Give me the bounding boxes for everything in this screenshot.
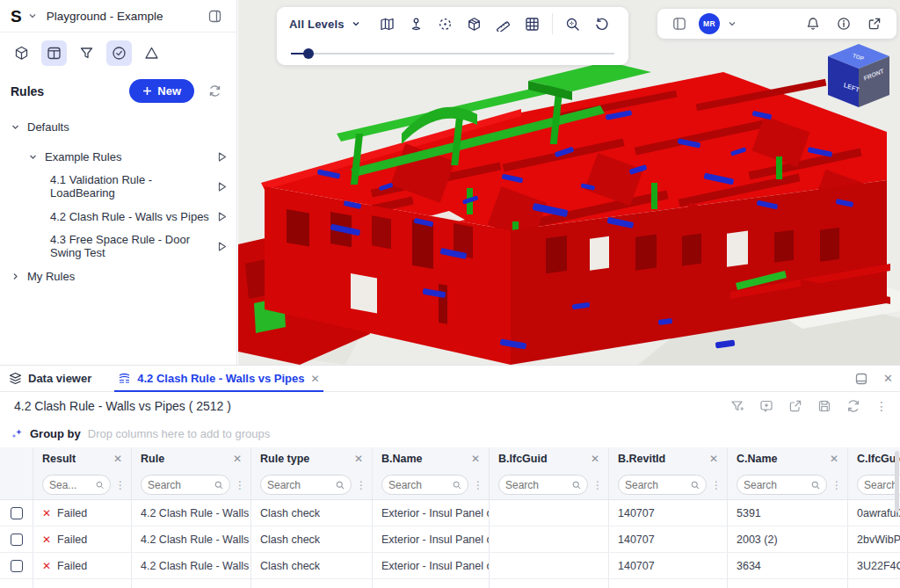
table-row[interactable]: ✕Failed 4.2 Clash Rule - Walls vs... Cla… bbox=[0, 500, 900, 526]
col-b-name[interactable]: B.Name✕ bbox=[373, 447, 490, 470]
save-icon[interactable] bbox=[817, 399, 831, 413]
col-rule-type[interactable]: Rule type✕ bbox=[251, 447, 373, 470]
triangle-icon[interactable] bbox=[139, 40, 164, 66]
refresh-results-icon[interactable] bbox=[846, 399, 860, 413]
account-chevron-down-icon[interactable] bbox=[728, 19, 737, 28]
row-checkbox[interactable] bbox=[11, 507, 23, 519]
tree-item-rule-42[interactable]: 4.2 Clash Rule - Walls vs Pipes bbox=[0, 201, 236, 231]
tree-item-example-rules[interactable]: Example Rules bbox=[0, 142, 236, 171]
refresh-rules-icon[interactable] bbox=[203, 80, 226, 103]
search-b-ifcguid-pill[interactable] bbox=[498, 475, 588, 495]
col-c-name[interactable]: C.Name✕ bbox=[728, 447, 848, 470]
new-rule-button[interactable]: New bbox=[129, 79, 194, 103]
search-rule-input[interactable] bbox=[148, 479, 211, 491]
remove-column-icon[interactable]: ✕ bbox=[709, 453, 718, 465]
col-b-revitid[interactable]: B.RevitId✕ bbox=[609, 447, 728, 470]
viewer-3d: All Levels bbox=[238, 0, 900, 365]
app-window: S Playground - Example bbox=[0, 0, 900, 588]
table-row[interactable] bbox=[0, 579, 900, 588]
panel-expand-icon[interactable] bbox=[850, 367, 873, 390]
app-logo[interactable]: S bbox=[11, 8, 22, 25]
run-rule-icon[interactable] bbox=[216, 241, 228, 252]
remove-column-icon[interactable]: ✕ bbox=[830, 453, 838, 465]
notifications-bell-icon[interactable] bbox=[802, 12, 824, 35]
column-menu-icon[interactable]: ⋮ bbox=[711, 480, 722, 490]
map-icon[interactable] bbox=[373, 11, 402, 37]
remove-column-icon[interactable]: ✕ bbox=[233, 453, 242, 465]
col-rule[interactable]: Rule✕ bbox=[132, 447, 251, 470]
rules-header: Rules New bbox=[0, 74, 236, 112]
measure-icon[interactable] bbox=[489, 11, 518, 37]
section-box-icon[interactable] bbox=[460, 11, 489, 37]
row-checkbox[interactable] bbox=[11, 534, 23, 546]
column-menu-icon[interactable]: ⋮ bbox=[592, 480, 603, 490]
panel-close-icon[interactable]: ✕ bbox=[883, 372, 893, 385]
slider-knob[interactable] bbox=[303, 48, 314, 59]
search-c-name-input[interactable] bbox=[744, 479, 808, 491]
reset-view-icon[interactable] bbox=[587, 11, 616, 37]
search-result-input[interactable] bbox=[49, 479, 92, 491]
search-b-ifcguid-input[interactable] bbox=[505, 479, 569, 491]
filter-icon[interactable] bbox=[74, 40, 99, 66]
row-checkbox[interactable] bbox=[11, 560, 23, 572]
search-b-name-input[interactable] bbox=[388, 479, 449, 491]
search-rule-pill[interactable] bbox=[141, 475, 230, 495]
column-menu-icon[interactable]: ⋮ bbox=[831, 480, 842, 490]
comment-add-icon[interactable] bbox=[759, 399, 773, 413]
check-circle-icon[interactable] bbox=[106, 40, 132, 66]
tab-clash-rule[interactable]: 4.2 Clash Rule - Walls vs Pipes ✕ bbox=[114, 366, 323, 391]
remove-column-icon[interactable]: ✕ bbox=[113, 453, 122, 465]
tree-item-rule-43[interactable]: 4.3 Free Space Rule - Door Swing Test bbox=[0, 231, 236, 261]
remove-column-icon[interactable]: ✕ bbox=[471, 453, 480, 465]
column-menu-icon[interactable]: ⋮ bbox=[235, 480, 245, 490]
search-rule-type-pill[interactable] bbox=[260, 475, 352, 495]
export-icon[interactable] bbox=[788, 399, 802, 413]
search-b-revitid-input[interactable] bbox=[625, 479, 687, 491]
tree-item-defaults[interactable]: Defaults bbox=[0, 112, 236, 142]
col-b-ifcguid[interactable]: B.IfcGuid✕ bbox=[490, 447, 609, 470]
result-title: 4.2 Clash Rule - Walls vs Pipes ( 2512 ) bbox=[14, 399, 730, 413]
col-result[interactable]: Result✕ bbox=[33, 447, 132, 470]
info-icon[interactable] bbox=[832, 12, 855, 35]
search-b-name-pill[interactable] bbox=[381, 475, 468, 495]
col-c-ifcguid[interactable]: C.IfcGuid bbox=[848, 447, 900, 470]
panel-toggle-icon[interactable] bbox=[668, 12, 691, 35]
column-menu-icon[interactable]: ⋮ bbox=[356, 480, 367, 490]
search-result-pill[interactable] bbox=[42, 475, 111, 495]
search-c-name-pill[interactable] bbox=[737, 475, 827, 495]
run-rule-icon[interactable] bbox=[216, 151, 228, 163]
orbit-icon[interactable] bbox=[402, 11, 431, 37]
remove-column-icon[interactable]: ✕ bbox=[354, 453, 363, 465]
grid-icon[interactable] bbox=[518, 11, 547, 37]
model-cube-icon[interactable] bbox=[9, 40, 34, 66]
run-rule-icon[interactable] bbox=[216, 181, 228, 192]
table-row[interactable]: ✕Failed 4.2 Clash Rule - Walls vs... Cla… bbox=[0, 553, 900, 579]
sparkle-icon bbox=[11, 428, 23, 440]
navigation-cube[interactable]: LEFT FRONT TOP bbox=[826, 42, 891, 109]
more-options-icon[interactable]: ⋮ bbox=[875, 400, 888, 412]
zoom-select-icon[interactable] bbox=[558, 11, 587, 37]
grid-header-filters: ⋮ ⋮ ⋮ ⋮ ⋮ ⋮ ⋮ bbox=[0, 470, 900, 500]
focus-icon[interactable] bbox=[431, 11, 460, 37]
tab-close-icon[interactable]: ✕ bbox=[311, 373, 320, 385]
run-rule-icon[interactable] bbox=[216, 211, 228, 222]
chevron-down-icon bbox=[352, 19, 360, 28]
share-icon[interactable] bbox=[863, 12, 886, 35]
logo-chevron-down-icon[interactable] bbox=[28, 11, 37, 20]
explode-slider[interactable] bbox=[291, 47, 614, 60]
sidebar-collapse-icon[interactable] bbox=[203, 4, 226, 27]
remove-column-icon[interactable]: ✕ bbox=[591, 453, 599, 465]
group-by-bar[interactable]: Group by Drop columns here to add to gro… bbox=[0, 420, 900, 447]
column-menu-icon[interactable]: ⋮ bbox=[473, 480, 483, 490]
filter-add-icon[interactable] bbox=[730, 399, 744, 413]
tree-item-rule-41[interactable]: 4.1 Validation Rule - LoadBearing bbox=[0, 171, 236, 201]
search-b-revitid-pill[interactable] bbox=[618, 475, 707, 495]
levels-dropdown[interactable]: All Levels bbox=[289, 18, 360, 31]
table-row[interactable]: ✕Failed 4.2 Clash Rule - Walls vs... Cla… bbox=[0, 526, 900, 553]
user-avatar[interactable]: MR bbox=[699, 13, 720, 34]
tree-item-my-rules[interactable]: My Rules bbox=[0, 261, 236, 291]
grid-scrollbar[interactable] bbox=[894, 447, 899, 588]
search-rule-type-input[interactable] bbox=[267, 479, 332, 491]
panel-layout-icon[interactable] bbox=[41, 40, 67, 66]
column-menu-icon[interactable]: ⋮ bbox=[115, 480, 126, 490]
